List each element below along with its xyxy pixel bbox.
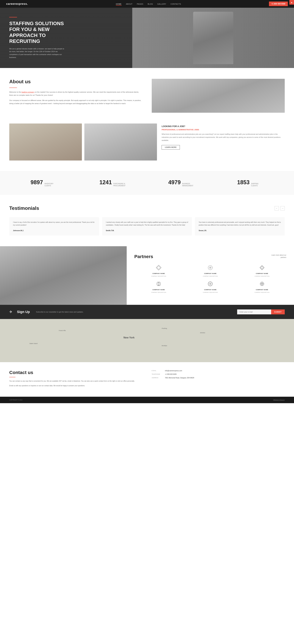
map-city-label: New York (123, 336, 134, 339)
contact-phone-row: Telephone +1 959 603 6635 (152, 374, 285, 375)
partner-0: COMPANY NAME COMPANY DESCRIPTION (134, 264, 183, 277)
nav-link-blog[interactable]: BLOG (148, 3, 153, 5)
nav-item-gallery[interactable]: GALLERY (158, 2, 166, 5)
map-label-4: Staten Island (29, 343, 38, 344)
signup-icon: ✈ (9, 310, 12, 314)
contact-title: Contact us (9, 370, 142, 375)
about-section: About us Welcome to the leading company … (0, 68, 294, 124)
svg-rect-5 (260, 266, 264, 270)
partner-desc-5: COMPANY DESCRIPTION (254, 292, 269, 293)
partner-5: COMPANY NAME COMPANY DESCRIPTION (238, 280, 286, 293)
contact-right: E-mail info@careerexpress.com Telephone … (152, 370, 285, 389)
stat-item-2: 4979 Business Management (168, 179, 195, 187)
signup-section: ✈ Sign Up Subscribe to our newsletter to… (0, 305, 294, 319)
contact-info: E-mail info@careerexpress.com Telephone … (152, 370, 285, 379)
partner-name-4: COMPANY NAME (204, 289, 216, 290)
testimonial-author-2: Snow.J.R. (199, 230, 207, 232)
contact-accent (9, 377, 16, 377)
about-paragraph-1: Welcome to the leading company on the ma… (9, 91, 142, 97)
partner-name-0: COMPANY NAME (153, 273, 165, 274)
hero-section: STAFFING SOLUTIONS FOR YOU & NEW APPROAC… (0, 8, 294, 68)
map-label-2: Flushing (162, 328, 167, 329)
nav-item-pages[interactable]: PAGES (137, 2, 143, 5)
about-paragraph-2: Our company is focused on different area… (9, 99, 142, 105)
partner-desc-3: COMPANY DESCRIPTION (151, 292, 166, 293)
nav-link-pages[interactable]: PAGES (137, 3, 143, 5)
contact-content: Contact us You can contact us any way th… (9, 370, 285, 389)
footer-copyright: COPYRIGHT © 2014 (9, 399, 22, 401)
footer-privacy-link[interactable]: PRIVACY POLICY (273, 399, 285, 401)
signup-form: SUBMIT (237, 310, 285, 314)
hero-description: We are a global industry leader with a m… (9, 47, 65, 59)
contact-email-label: E-mail (152, 370, 163, 372)
testimonials-section: Testimonials ← → I have to say, of all o… (0, 194, 294, 246)
contact-phone-value: +1 959 603 6635 (165, 374, 177, 375)
testimonial-0: I have to say, of all of the recruiters … (9, 217, 99, 236)
nav-item-home[interactable]: HOME (116, 2, 122, 5)
stats-section: 9897 Inventory Clients 1241 Purchasing &… (0, 171, 294, 194)
contact-address-value: 7001 Memorial Road, Glasgow, D04 89GR (165, 377, 194, 379)
partners-image (0, 246, 127, 305)
nav-link-gallery[interactable]: GALLERY (158, 3, 166, 5)
job-content: LOOKING FOR A JOB? PROFESSIONAL & ADMINI… (162, 124, 285, 150)
partner-logo-3 (155, 280, 163, 288)
navbar: careerexpress. HOME ABOUT PAGES BLOG GAL… (0, 0, 294, 8)
partner-desc-4: COMPANY DESCRIPTION (203, 292, 218, 293)
partner-desc-1: COMPANY DESCRIPTION (203, 276, 218, 277)
stat-label-3: Shipping Clients (251, 183, 263, 187)
testimonials-header: Testimonials ← → (9, 205, 285, 211)
partners-content: Partners Learn more about our partners C… (127, 246, 294, 305)
hero-accent-line (9, 17, 17, 18)
signup-title: Sign Up (17, 310, 30, 314)
nav-item-about[interactable]: ABOUT (126, 2, 132, 5)
job-photos (9, 124, 157, 160)
testimonials-title: Testimonials (9, 205, 39, 211)
signup-description: Subscribe to our newsletter to get the l… (35, 311, 232, 313)
svg-point-3 (209, 266, 212, 269)
user-icon[interactable]: ▲ (289, 0, 294, 5)
partner-3: COMPANY NAME COMPANY DESCRIPTION (134, 280, 183, 293)
job-label: LOOKING FOR A JOB? (162, 125, 285, 128)
partner-logo-4 (206, 280, 214, 288)
signup-email-input[interactable] (237, 310, 271, 314)
footer: COPYRIGHT © 2014 PRIVACY POLICY (0, 397, 294, 403)
svg-point-4 (210, 267, 211, 268)
job-subtitle: PROFESSIONAL & ADMINISTRATIVE JOBS (162, 129, 285, 130)
stat-label-1: Purchasing & Procurement (113, 183, 126, 187)
testimonials-prev[interactable]: ← (274, 206, 279, 210)
signup-submit-button[interactable]: SUBMIT (271, 310, 285, 314)
nav-link-contacts[interactable]: CONTACTS (171, 3, 181, 5)
about-accent (9, 88, 17, 88)
learn-more-button[interactable]: LEARN MORE (162, 145, 180, 150)
partner-logo-2 (258, 264, 266, 272)
contact-phone-label: Telephone (152, 374, 163, 375)
contact-address-label: Address (152, 377, 163, 379)
partners-title: Partners (134, 254, 153, 259)
partner-logo-5 (258, 280, 266, 288)
contact-left: Contact us You can contact us any way th… (9, 370, 142, 389)
svg-marker-0 (156, 265, 161, 270)
partner-1: COMPANY NAME COMPANY DESCRIPTION (186, 264, 234, 277)
map-label-5: Brooklyn (162, 345, 167, 346)
about-photo (152, 79, 285, 113)
about-link[interactable]: leading company (22, 91, 34, 93)
map-label-1: Forest Hills (59, 330, 66, 331)
hero-title: STAFFING SOLUTIONS FOR YOU & NEW APPROAC… (9, 20, 74, 44)
contact-address-row: Address 7001 Memorial Road, Glasgow, D04… (152, 377, 285, 379)
about-title: About us (9, 79, 142, 84)
partner-4: COMPANY NAME COMPANY DESCRIPTION (186, 280, 234, 293)
partners-grid: COMPANY NAME COMPANY DESCRIPTION COMPANY… (134, 264, 286, 293)
phone-button[interactable]: +1 800 559 6580 (269, 2, 288, 6)
svg-point-2 (208, 266, 212, 270)
stat-item-0: 9897 Inventory Clients (31, 179, 57, 187)
partner-logo-1 (206, 264, 214, 272)
job-section: LOOKING FOR A JOB? PROFESSIONAL & ADMINI… (0, 124, 294, 171)
contact-text-1: You can contact us any way that is conve… (9, 380, 142, 382)
nav-item-contacts[interactable]: CONTACTS (171, 2, 181, 5)
nav-item-blog[interactable]: BLOG (148, 2, 153, 5)
nav-link-about[interactable]: ABOUT (126, 3, 132, 5)
nav-link-home[interactable]: HOME (116, 3, 122, 6)
testimonials-next[interactable]: → (280, 206, 285, 210)
contact-email-row: E-mail info@careerexpress.com (152, 370, 285, 372)
hero-person (193, 12, 233, 64)
